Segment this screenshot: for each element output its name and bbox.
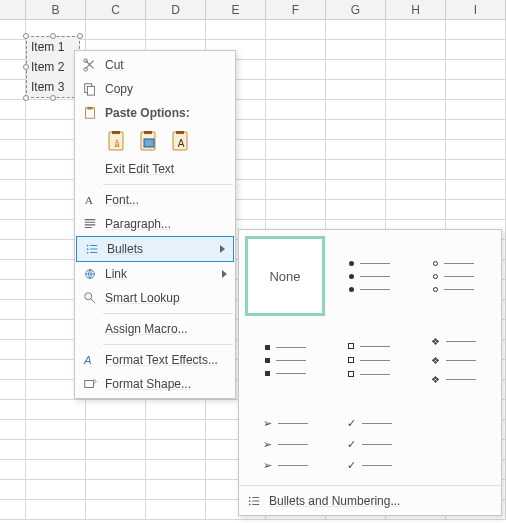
cell[interactable]	[266, 140, 326, 160]
resize-handle[interactable]	[77, 33, 83, 39]
cell[interactable]	[26, 400, 86, 420]
cell[interactable]	[0, 300, 26, 320]
cell[interactable]	[386, 160, 446, 180]
col-header[interactable]: F	[266, 0, 326, 19]
cell[interactable]	[266, 180, 326, 200]
cell[interactable]	[146, 20, 206, 40]
col-header[interactable]: I	[446, 0, 506, 19]
cell[interactable]	[326, 140, 386, 160]
cell[interactable]	[86, 440, 146, 460]
cell[interactable]	[0, 420, 26, 440]
cell[interactable]	[146, 480, 206, 500]
cell[interactable]	[0, 460, 26, 480]
bullet-option-circle[interactable]	[413, 236, 493, 316]
cell[interactable]	[266, 40, 326, 60]
cell[interactable]	[266, 20, 326, 40]
cell[interactable]	[0, 100, 26, 120]
menu-assign-macro[interactable]: Assign Macro...	[75, 317, 235, 341]
cell[interactable]	[266, 60, 326, 80]
cell[interactable]	[386, 120, 446, 140]
cell[interactable]	[326, 200, 386, 220]
cell[interactable]	[386, 100, 446, 120]
cell[interactable]	[0, 40, 26, 60]
cell[interactable]	[326, 180, 386, 200]
cell[interactable]	[326, 160, 386, 180]
col-header[interactable]: H	[386, 0, 446, 19]
bullets-and-numbering[interactable]: Bullets and Numbering...	[239, 485, 501, 515]
menu-format-shape[interactable]: Format Shape...	[75, 372, 235, 396]
cell[interactable]	[26, 460, 86, 480]
cell[interactable]	[0, 380, 26, 400]
cell[interactable]	[386, 20, 446, 40]
cell[interactable]	[446, 60, 506, 80]
bullet-option-none[interactable]: None	[245, 236, 325, 316]
paste-option-keep-source[interactable]: â	[105, 129, 129, 153]
cell[interactable]	[446, 120, 506, 140]
cell[interactable]	[0, 20, 26, 40]
cell[interactable]	[446, 200, 506, 220]
cell[interactable]	[0, 260, 26, 280]
cell[interactable]	[146, 440, 206, 460]
resize-handle[interactable]	[50, 33, 56, 39]
cell[interactable]	[326, 100, 386, 120]
text-shape[interactable]: Item 1 Item 2 Item 3	[26, 36, 80, 98]
menu-copy[interactable]: Copy	[75, 77, 235, 101]
cell[interactable]	[386, 180, 446, 200]
bullet-option-empty[interactable]	[413, 404, 493, 484]
cell[interactable]	[446, 140, 506, 160]
cell[interactable]	[326, 120, 386, 140]
bullet-option-square[interactable]	[245, 320, 325, 400]
cell[interactable]	[0, 220, 26, 240]
cell[interactable]	[326, 80, 386, 100]
cell[interactable]	[0, 200, 26, 220]
cell[interactable]	[0, 160, 26, 180]
cell[interactable]	[86, 420, 146, 440]
cell[interactable]	[146, 420, 206, 440]
cell[interactable]	[446, 100, 506, 120]
cell[interactable]	[146, 400, 206, 420]
bullet-option-disc[interactable]	[329, 236, 409, 316]
menu-smart-lookup[interactable]: Smart Lookup	[75, 286, 235, 310]
paste-option-text-only[interactable]: A	[169, 129, 193, 153]
col-header[interactable]: B	[26, 0, 86, 19]
cell[interactable]	[446, 160, 506, 180]
cell[interactable]	[266, 100, 326, 120]
resize-handle[interactable]	[23, 33, 29, 39]
cell[interactable]	[386, 140, 446, 160]
cell[interactable]	[266, 160, 326, 180]
cell[interactable]	[0, 360, 26, 380]
cell[interactable]	[26, 440, 86, 460]
cell[interactable]	[0, 120, 26, 140]
cell[interactable]	[0, 400, 26, 420]
bullet-option-check[interactable]: ✓ ✓ ✓	[329, 404, 409, 484]
cell[interactable]	[266, 80, 326, 100]
cell[interactable]	[86, 460, 146, 480]
cell[interactable]	[26, 480, 86, 500]
menu-format-text-effects[interactable]: A Format Text Effects...	[75, 348, 235, 372]
cell[interactable]	[386, 60, 446, 80]
cell[interactable]	[0, 280, 26, 300]
paste-option-picture[interactable]	[137, 129, 161, 153]
cell[interactable]	[266, 200, 326, 220]
cell[interactable]	[0, 140, 26, 160]
menu-exit-edit-text[interactable]: Exit Edit Text	[75, 157, 235, 181]
cell[interactable]	[386, 80, 446, 100]
bullet-option-hollow-square[interactable]	[329, 320, 409, 400]
col-header[interactable]: G	[326, 0, 386, 19]
menu-link[interactable]: Link	[75, 262, 235, 286]
cell[interactable]	[386, 40, 446, 60]
cell[interactable]	[146, 460, 206, 480]
cell[interactable]	[446, 180, 506, 200]
resize-handle[interactable]	[50, 95, 56, 101]
menu-cut[interactable]: Cut	[75, 53, 235, 77]
cell[interactable]	[0, 340, 26, 360]
cell[interactable]	[86, 20, 146, 40]
cell[interactable]	[0, 180, 26, 200]
cell[interactable]	[0, 240, 26, 260]
col-header[interactable]: C	[86, 0, 146, 19]
cell[interactable]	[446, 80, 506, 100]
cell[interactable]	[86, 400, 146, 420]
col-header[interactable]: E	[206, 0, 266, 19]
cell[interactable]	[0, 500, 26, 520]
bullet-option-arrow[interactable]: ➢ ➢ ➢	[245, 404, 325, 484]
